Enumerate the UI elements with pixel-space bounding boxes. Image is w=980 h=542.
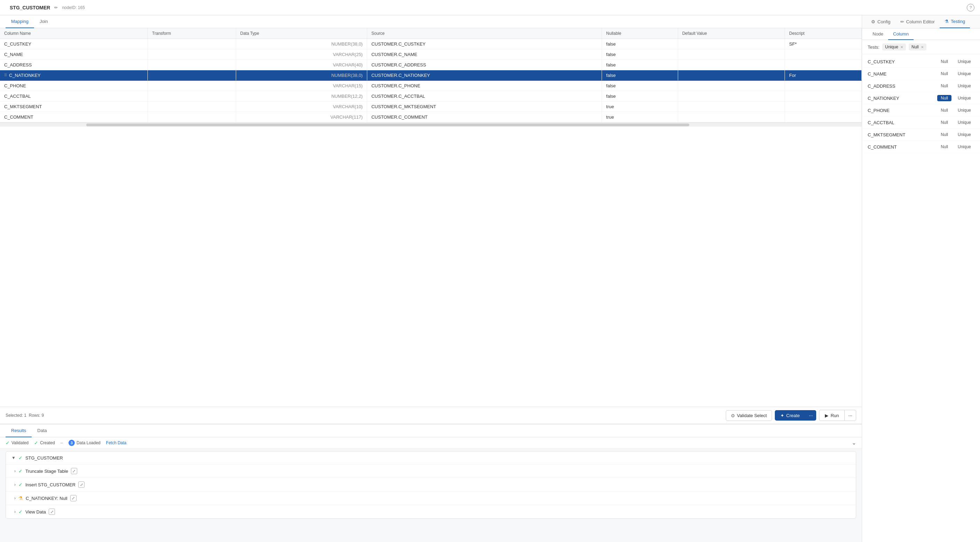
col-test-row[interactable]: C_ADDRESS Null Unique [862,80,980,92]
result-item-viewdata[interactable]: › ✓ View Data ⤢ [6,505,856,518]
drag-handle-icon: ⠿ [4,73,7,78]
null-tag-label: Null [912,45,919,49]
table-row[interactable]: ⠿ C_NATIONKEY NUMBER(38,0) CUSTOMER.C_NA… [0,70,862,81]
unique-tag-label: Unique [885,45,898,49]
cell-transform [148,91,236,102]
status-validated-label: Validated [11,440,29,445]
editor-label: Column Editor [906,19,935,24]
cell-source: CUSTOMER.C_ACCTBAL [367,91,601,102]
cell-name: C_ADDRESS [0,60,148,70]
cell-nullable: false [602,81,678,91]
table-row[interactable]: C_MKTSEGMENT VARCHAR(10) CUSTOMER.C_MKTS… [0,102,862,112]
cell-name: C_MKTSEGMENT [0,102,148,112]
null-result-badge: Null [937,119,951,126]
right-tab-testing[interactable]: ⚗ Testing [940,15,970,28]
right-subtab-node[interactable]: Node [868,29,888,40]
cell-name: C_NAME [0,49,148,60]
col-test-row[interactable]: C_COMMENT Null Unique [862,141,980,153]
col-header-source: Source [367,28,601,39]
right-panel-tabs: ⚙ Config ✏ Column Editor ⚗ Testing [862,15,980,29]
table-row[interactable]: C_ADDRESS VARCHAR(40) CUSTOMER.C_ADDRESS… [0,60,862,70]
expand-icon[interactable]: ⤢ [70,495,76,501]
unique-result-badge: Unique [954,107,974,113]
col-test-row[interactable]: C_PHONE Null Unique [862,104,980,116]
run-more-button[interactable]: ··· [845,410,856,421]
result-item-label: C_NATIONKEY: Null [26,496,67,501]
bottom-panel: Results Data ✓ Validated ✓ Created – 3 [0,424,862,542]
cell-transform [148,39,236,49]
result-group-name: STG_CUSTOMER [25,455,63,461]
table-row[interactable]: C_NAME VARCHAR(25) CUSTOMER.C_NAME false [0,49,862,60]
null-result-badge: Null [937,59,951,65]
status-created: ✓ Created [34,440,55,446]
cell-datatype: VARCHAR(15) [236,81,367,91]
table-container[interactable]: Column Name Transform Data Type Source N… [0,28,862,406]
unique-result-badge: Unique [954,71,974,77]
horizontal-scrollbar[interactable] [0,123,862,127]
cell-desc [785,91,862,102]
bottom-tab-data[interactable]: Data [32,424,52,437]
result-group-header[interactable]: ▼ ✓ STG_CUSTOMER [6,451,856,464]
group-chevron-icon: ▼ [11,455,16,460]
table-row[interactable]: C_PHONE VARCHAR(15) CUSTOMER.C_PHONE fal… [0,81,862,91]
col-header-datatype: Data Type [236,28,367,39]
result-item-nationkey[interactable]: › ⚗ C_NATIONKEY: Null ⤢ [6,491,856,505]
data-loaded-badge: 3 [68,440,75,446]
collapse-button[interactable]: ⌄ [852,439,856,446]
result-item-label: Truncate Stage Table [25,469,68,474]
footer-bar: Selected: 1 Rows: 9 ⊙ Validate Select ✦ … [0,406,862,424]
null-result-badge: Null [937,83,951,89]
cell-transform [148,112,236,123]
cell-default [678,60,785,70]
table-row[interactable]: C_CUSTKEY NUMBER(38,0) CUSTOMER.C_CUSTKE… [0,39,862,49]
create-button[interactable]: ✦ Create [775,410,805,421]
cell-name: ⠿ C_NATIONKEY [0,70,148,81]
cell-nullable: true [602,112,678,123]
right-subtab-column[interactable]: Column [888,29,913,40]
table-row[interactable]: C_COMMENT VARCHAR(117) CUSTOMER.C_COMMEN… [0,112,862,123]
cell-source: CUSTOMER.C_CUSTKEY [367,39,601,49]
validate-select-button[interactable]: ⊙ Validate Select [726,410,772,421]
cell-nullable: false [602,39,678,49]
right-tab-column-editor[interactable]: ✏ Column Editor [896,15,940,28]
result-item-truncate[interactable]: › ✓ Truncate Stage Table ⤢ [6,464,856,478]
cell-datatype: NUMBER(38,0) [236,70,367,81]
col-test-row[interactable]: C_CUSTKEY Null Unique [862,56,980,68]
null-tag-remove[interactable]: ✕ [921,45,924,49]
cell-transform [148,81,236,91]
col-test-name: C_NAME [868,71,934,77]
right-tab-config[interactable]: ⚙ Config [866,15,896,28]
item-chevron-icon: › [14,469,16,473]
edit-icon[interactable]: ✏ [54,5,58,10]
col-test-row[interactable]: C_ACCTBAL Null Unique [862,116,980,129]
table-row[interactable]: C_ACCTBAL NUMBER(12,2) CUSTOMER.C_ACCTBA… [0,91,862,102]
item-status-icon: ✓ [18,509,22,515]
create-more-button[interactable]: ··· [805,410,816,421]
cell-default [678,112,785,123]
cell-transform [148,70,236,81]
item-status-icon: ✓ [18,482,22,488]
test-tag-unique: Unique ✕ [882,43,906,51]
cell-default [678,70,785,81]
cell-default [678,49,785,60]
unique-tag-remove[interactable]: ✕ [900,45,903,49]
status-dash: – [60,440,63,445]
col-test-row[interactable]: C_NATIONKEY Null Unique [862,92,980,104]
expand-icon[interactable]: ⤢ [71,468,77,474]
run-button[interactable]: ▶ Run [819,410,845,421]
flask-icon: ⚗ [945,19,949,24]
tab-join[interactable]: Join [34,15,54,28]
config-label: Config [877,19,891,24]
cell-source: CUSTOMER.C_PHONE [367,81,601,91]
col-test-row[interactable]: C_NAME Null Unique [862,68,980,80]
bottom-tab-results[interactable]: Results [6,424,32,437]
status-created-label: Created [40,440,55,445]
search-icon: ⊙ [731,413,735,418]
expand-icon[interactable]: ⤢ [49,509,55,515]
tab-mapping[interactable]: Mapping [6,15,34,28]
expand-icon[interactable]: ⤢ [78,481,84,488]
col-test-row[interactable]: C_MKTSEGMENT Null Unique [862,129,980,141]
help-icon[interactable]: ? [967,4,974,11]
fetch-data-button[interactable]: Fetch Data [106,440,127,445]
result-item-insert[interactable]: › ✓ Insert STG_CUSTOMER ⤢ [6,478,856,491]
